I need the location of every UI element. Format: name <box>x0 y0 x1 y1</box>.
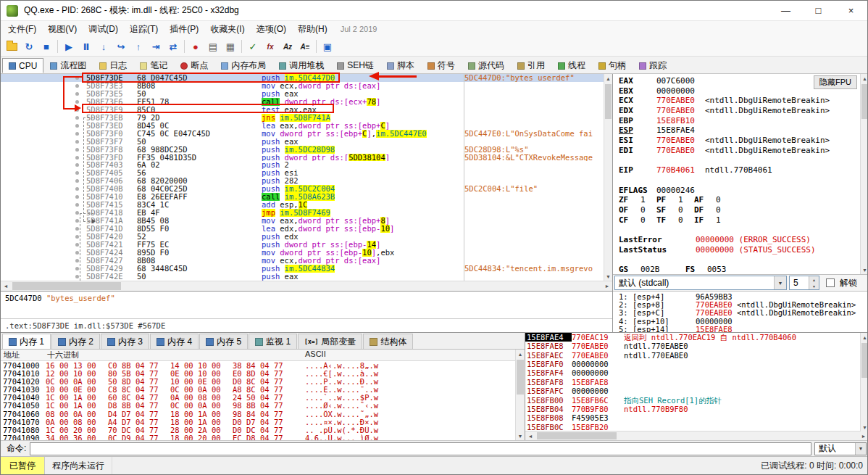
menu-item-debug[interactable]: 调试(D) <box>83 22 124 37</box>
close-button[interactable]: × <box>835 1 867 21</box>
breakpoint-dot[interactable] <box>75 116 79 120</box>
toolbar-check-button[interactable]: ✓ <box>244 38 262 55</box>
breakpoint-dot[interactable] <box>75 259 79 263</box>
tab-script[interactable]: 脚本 <box>380 58 421 73</box>
hide-fpu-button[interactable]: 隐藏FPU <box>814 75 857 89</box>
toolbar-run-to-user-button[interactable]: ⇥ <box>147 38 164 55</box>
breakpoint-dot[interactable] <box>75 132 79 136</box>
scroll-thumb[interactable] <box>537 432 617 439</box>
tab-threads[interactable]: 线程 <box>551 58 592 73</box>
dump-row[interactable]: 7704109034 00 36 000C D9 04 7718 00 20 0… <box>1 434 515 440</box>
register-row[interactable]: EDX770EABE0<ntdll.DbgUiRemoteBreakin> <box>613 106 868 116</box>
scroll-down-icon[interactable]: ▼ <box>516 431 525 440</box>
scroll-thumb[interactable] <box>861 84 868 119</box>
scroll-up-icon[interactable]: ▲ <box>861 74 868 83</box>
stack-row[interactable]: 15E8FB08F45905E3 <box>525 413 860 422</box>
scroll-track[interactable] <box>861 342 868 423</box>
breakpoint-dot[interactable] <box>75 76 79 80</box>
breakpoint-dot[interactable] <box>75 267 79 270</box>
register-row[interactable]: CF0TF0IF1 <box>613 215 868 226</box>
scroll-thumb[interactable] <box>12 282 121 290</box>
stepper-down-icon[interactable]: ▼ <box>809 283 819 289</box>
breakpoint-dot[interactable] <box>75 251 79 255</box>
dump-row[interactable]: 770410501C 00 1A 00D8 8B 04 770C 00 0A 0… <box>1 402 515 410</box>
menu-item-file[interactable]: 文件(F) <box>2 22 42 37</box>
scroll-up-icon[interactable]: ▲ <box>516 350 525 358</box>
stack-row[interactable]: 15E8FAF815E8FAE8 <box>525 378 860 387</box>
tab-symbols[interactable]: 符号 <box>421 58 462 73</box>
tab-notes[interactable]: 笔记 <box>133 58 174 73</box>
stack-row[interactable]: 15E8FB0C15E8FB20 <box>525 423 860 431</box>
stack-row[interactable]: 15E8FAEC770EABE0ntdll.770EABE0 <box>525 351 860 360</box>
tab-watch1[interactable]: 监视 1 <box>249 334 297 349</box>
scroll-down-icon[interactable]: ▼ <box>861 265 868 274</box>
scroll-thumb[interactable] <box>605 84 612 119</box>
stack-arg-row[interactable]: 5: [esp+14]15E8FAE8 <box>613 326 868 332</box>
command-input[interactable] <box>30 442 811 455</box>
scroll-track[interactable] <box>535 431 859 440</box>
tab-dump3[interactable]: 内存 3 <box>101 334 149 349</box>
toolbar-animate-button[interactable]: ⇄ <box>164 38 182 55</box>
menu-item-view[interactable]: 视图(V) <box>42 22 83 37</box>
tab-memory-map[interactable]: 内存布局 <box>214 58 272 73</box>
breakpoint-dot[interactable] <box>75 219 79 223</box>
toolbar-patches-button[interactable]: ▦ <box>222 38 239 55</box>
toolbar-step-into-button[interactable]: ↓ <box>95 38 112 55</box>
tab-call-stack[interactable]: 调用堆栈 <box>272 58 330 73</box>
tab-cpu[interactable]: CPU <box>2 58 43 73</box>
stack-row[interactable]: 15E8FAE4770EAC19返回到 ntdll.770EAC19 自 ntd… <box>525 333 860 342</box>
register-row[interactable]: EIP770B4061ntdll.770B4061 <box>613 165 868 175</box>
stack-hscrollbar[interactable]: ◄ ► <box>525 431 868 440</box>
register-row[interactable]: LastStatus00000000 (STATUS_SUCCESS) <box>613 245 868 255</box>
disasm-row[interactable]: 5D8F73F868 988DC25Dpush im.5DC28D985DC28… <box>1 146 604 154</box>
breakpoint-dot[interactable] <box>75 124 79 128</box>
breakpoint-dot[interactable] <box>75 148 79 152</box>
disasm-row[interactable]: 5D8F742E50push eax <box>1 273 604 281</box>
scroll-right-icon[interactable]: ► <box>602 281 612 291</box>
breakpoint-dot[interactable] <box>75 203 79 207</box>
toolbar-step-over-button[interactable]: ↪ <box>112 38 130 55</box>
breakpoint-dot[interactable] <box>75 187 79 191</box>
command-profile-select[interactable]: 默认 ▼ <box>814 442 867 455</box>
register-row[interactable]: OF0SF0DF0 <box>613 205 868 215</box>
toolbar-log-button[interactable]: ▤ <box>204 38 222 55</box>
register-row[interactable]: EFLAGS00000246 <box>613 186 868 196</box>
breakpoint-dot[interactable] <box>75 235 79 239</box>
tab-handles[interactable]: 句柄 <box>592 58 633 73</box>
scroll-up-icon[interactable]: ▲ <box>861 333 868 342</box>
stack-row[interactable]: 15E8FAF000000000 <box>525 360 860 368</box>
scroll-down-icon[interactable]: ▼ <box>861 423 868 431</box>
stack-row[interactable]: 15E8FAE8770EABE0ntdll.770EABE0 <box>525 342 860 350</box>
breakpoint-dot[interactable] <box>75 108 79 112</box>
stack-row[interactable]: 15E8FAF400000000 <box>525 368 860 377</box>
menu-item-trace[interactable]: 追踪(T) <box>124 22 164 37</box>
breakpoint-dot[interactable] <box>75 227 79 231</box>
scroll-track[interactable] <box>11 281 602 291</box>
unlock-checkbox[interactable] <box>826 278 835 287</box>
stack-row[interactable]: 15E8FB04770B9F80ntdll.770B9F80 <box>525 405 860 413</box>
registers-vscrollbar[interactable]: ▲ ▼ <box>860 74 868 274</box>
toolbar-step-out-button[interactable]: ↑ <box>130 38 147 55</box>
toolbar-restart-button[interactable]: ↻ <box>20 38 38 55</box>
register-row[interactable]: ESI770EABE0<ntdll.DbgUiRemoteBreakin> <box>613 136 868 146</box>
scroll-right-icon[interactable]: ► <box>859 431 868 440</box>
chevron-down-icon[interactable]: ▼ <box>855 443 866 455</box>
toolbar-fx-button[interactable]: fx <box>262 38 279 55</box>
breakpoint-dot[interactable] <box>75 179 79 183</box>
menu-item-favourites[interactable]: 收藏夹(I) <box>204 22 250 37</box>
breakpoint-dot[interactable] <box>75 171 79 175</box>
breakpoint-dot[interactable] <box>75 156 79 160</box>
stack-row[interactable]: 15E8FB0015E8FB6C指向SEH_Record[1]的指针 <box>525 396 860 405</box>
menu-item-help[interactable]: 帮助(H) <box>292 22 333 37</box>
minimize-button[interactable]: — <box>769 1 802 21</box>
tab-trace[interactable]: 跟踪 <box>633 58 673 73</box>
dump-row[interactable]: 7704106008 00 0A 00D4 D7 04 7718 00 1A 0… <box>1 410 515 418</box>
register-row[interactable]: EBP15E8FB10 <box>613 116 868 126</box>
stepper-buttons[interactable]: ▲ ▼ <box>809 276 819 289</box>
toolbar-run-button[interactable]: ▶ <box>60 38 78 55</box>
disasm-hscrollbar[interactable]: ◄ ► <box>1 281 612 291</box>
register-row[interactable]: ECX770EABE0<ntdll.DbgUiRemoteBreakin> <box>613 96 868 106</box>
toolbar-stop-button[interactable]: ■ <box>38 38 55 55</box>
chevron-down-icon[interactable]: ▼ <box>774 276 786 289</box>
tab-graph[interactable]: 流程图 <box>43 58 93 73</box>
